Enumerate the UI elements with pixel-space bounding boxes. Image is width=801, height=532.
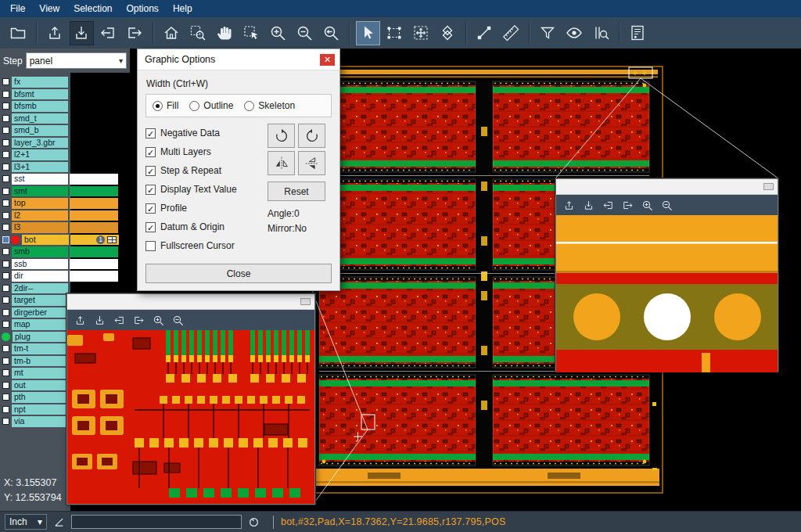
magnifier-viewport[interactable]: [67, 330, 314, 507]
command-input[interactable]: [71, 515, 242, 529]
layer-visibility-checkbox[interactable]: [2, 261, 9, 268]
layer-extra-cell[interactable]: [70, 222, 118, 233]
checkbox-box[interactable]: ✓: [145, 147, 156, 157]
layer-name[interactable]: l3+1: [12, 162, 68, 173]
step-forward-button[interactable]: [123, 21, 147, 45]
zoom-in-button[interactable]: [266, 21, 290, 45]
mag-load-down-button[interactable]: [580, 196, 597, 214]
mag-zoom-in-button[interactable]: [149, 311, 167, 329]
mag-step-forward-button[interactable]: [130, 311, 147, 329]
select-area-button[interactable]: [239, 21, 264, 45]
layer-name[interactable]: smd_b: [12, 125, 68, 136]
layer-name[interactable]: tm-t: [12, 343, 68, 354]
layer-name[interactable]: npt: [12, 404, 68, 415]
layer-row-smd_b[interactable]: smd_b: [0, 124, 130, 137]
layer-row-top[interactable]: top: [0, 197, 130, 210]
layer-name[interactable]: ssb: [12, 259, 68, 270]
transform-button[interactable]: [409, 21, 433, 45]
layer-name[interactable]: via: [12, 416, 68, 427]
checkbox-negative-data[interactable]: ✓Negative Data: [145, 124, 264, 142]
menu-view[interactable]: View: [32, 0, 66, 17]
layer-visibility-checkbox[interactable]: [2, 248, 9, 255]
layer-name[interactable]: tm-b: [12, 356, 68, 367]
layer-name[interactable]: top: [12, 198, 68, 209]
rotate-ccw-button[interactable]: [298, 124, 325, 148]
snap-angle-icon[interactable]: [53, 516, 65, 528]
checkbox-datum-origin[interactable]: ✓Datum & Origin: [145, 217, 264, 236]
ruler-button[interactable]: [499, 21, 523, 45]
show-hide-button[interactable]: [562, 21, 587, 45]
layer-visibility-checkbox[interactable]: [2, 127, 9, 134]
radio-circle[interactable]: [153, 101, 163, 111]
magnifier-titlebar[interactable]: [556, 179, 778, 195]
layer-visibility-checkbox[interactable]: [2, 102, 9, 110]
dialog-close-button[interactable]: ✕: [320, 54, 335, 66]
net-search-button[interactable]: [589, 21, 613, 45]
checkbox-multi-layers[interactable]: ✓Multi Layers: [145, 142, 264, 161]
menu-help[interactable]: Help: [166, 0, 199, 17]
layer-extra-cell[interactable]: 1: [70, 235, 119, 246]
layer-visibility-checkbox[interactable]: [2, 236, 9, 243]
layer-name[interactable]: out: [12, 380, 68, 391]
layer-name[interactable]: fx: [12, 77, 68, 88]
magnifier-titlebar[interactable]: [67, 294, 314, 310]
zoom-window-button[interactable]: [186, 21, 210, 45]
layer-row-l3+1[interactable]: l3+1: [0, 161, 130, 174]
layer-stack-button[interactable]: [436, 21, 460, 45]
checkbox-box[interactable]: [145, 241, 156, 251]
step-back-button[interactable]: [96, 21, 120, 45]
layer-name[interactable]: layer_3.gbr: [12, 138, 68, 149]
dialog-titlebar[interactable]: Graphic Options ✕: [138, 49, 339, 70]
checkbox-display-text-value[interactable]: ✓Display Text Value: [145, 180, 264, 199]
layer-name[interactable]: sst: [12, 174, 68, 185]
menu-file[interactable]: File: [3, 0, 32, 17]
layer-visibility-checkbox[interactable]: [2, 297, 9, 304]
layer-name[interactable]: 2dir--: [12, 283, 68, 294]
unit-select[interactable]: Inch ▾: [5, 514, 47, 530]
checkbox-profile[interactable]: ✓Profile: [145, 199, 264, 217]
layer-name[interactable]: dir: [12, 271, 68, 282]
layer-row-layer_3.gbr[interactable]: layer_3.gbr: [0, 137, 130, 149]
mag-zoom-in-button[interactable]: [638, 196, 656, 214]
layer-name[interactable]: dirgerber: [12, 307, 68, 318]
pan-hand-button[interactable]: [213, 21, 237, 45]
layer-extra-cell[interactable]: [70, 186, 118, 197]
rotate-cw-button[interactable]: [268, 124, 295, 148]
layer-row-smt[interactable]: smt: [0, 185, 130, 198]
layer-name[interactable]: bfsmt: [12, 89, 68, 100]
layer-row-l2+1[interactable]: l2+1: [0, 149, 130, 161]
pointer-select-button[interactable]: [356, 21, 380, 45]
layer-row-fx[interactable]: fx: [0, 76, 130, 88]
layer-extra-cell[interactable]: [70, 271, 118, 282]
layer-row-smd_t[interactable]: smd_t: [0, 113, 130, 125]
radio-circle[interactable]: [244, 101, 254, 111]
mag-step-back-button[interactable]: [599, 196, 616, 214]
layer-visibility-checkbox[interactable]: [2, 115, 9, 122]
checkbox-box[interactable]: ✓: [145, 222, 156, 232]
layer-visibility-checkbox[interactable]: [2, 369, 9, 376]
home-button[interactable]: [160, 21, 184, 45]
layer-extra-cell[interactable]: [70, 246, 118, 257]
radio-circle[interactable]: [189, 101, 199, 111]
graphic-options-dialog[interactable]: Graphic Options ✕ Width (Ctrl+W) FillOut…: [137, 49, 340, 291]
flip-horizontal-button[interactable]: [268, 151, 295, 175]
layer-row-l2[interactable]: l2: [0, 210, 130, 222]
window-control-button[interactable]: [300, 298, 311, 305]
menu-options[interactable]: Options: [120, 0, 166, 17]
layer-visibility-checkbox[interactable]: [2, 200, 9, 207]
corner-magnifier-window[interactable]: [555, 178, 778, 372]
layer-name[interactable]: mt: [12, 368, 68, 379]
layer-row-l3[interactable]: l3: [0, 221, 130, 234]
layer-name[interactable]: target: [12, 295, 68, 306]
mag-zoom-out-button[interactable]: [169, 311, 186, 329]
marquee-select-button[interactable]: [383, 21, 407, 45]
layer-name[interactable]: pth: [12, 392, 68, 403]
layer-name[interactable]: l2: [12, 210, 68, 221]
radio-fill[interactable]: Fill: [153, 100, 178, 111]
step-select[interactable]: panel ▾: [26, 52, 127, 69]
report-button[interactable]: [626, 21, 650, 45]
layer-visibility-checkbox[interactable]: [2, 164, 9, 171]
layer-visibility-checkbox[interactable]: [2, 212, 9, 219]
layer-visibility-checkbox[interactable]: [2, 151, 9, 158]
layer-visibility-checkbox[interactable]: [2, 394, 9, 401]
